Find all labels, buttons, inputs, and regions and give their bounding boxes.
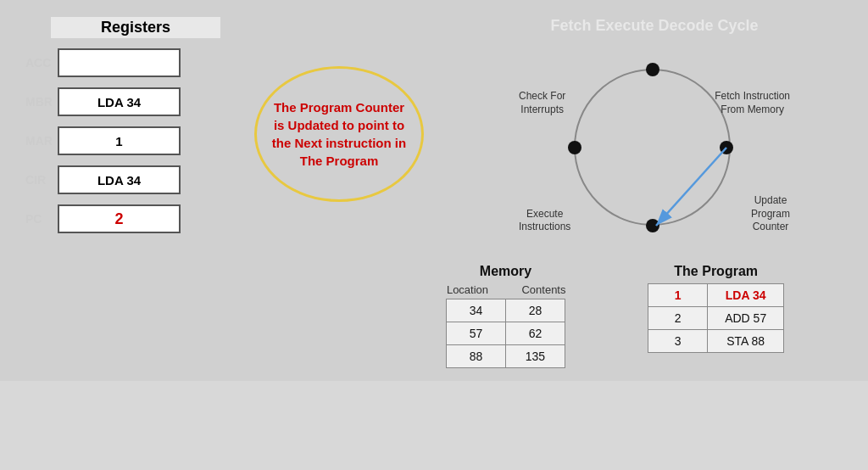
register-label-pc: PC bbox=[25, 212, 58, 226]
tooltip-section: The Program Counter is Updated to point … bbox=[212, 17, 466, 251]
program-instruction-2: ADD 57 bbox=[708, 307, 784, 330]
memory-contents-3: 135 bbox=[505, 345, 565, 368]
register-label-mbr: MBR bbox=[25, 95, 58, 109]
table-row: 57 62 bbox=[446, 322, 565, 345]
register-row-cir: CIR LDA 34 bbox=[25, 165, 212, 194]
registers-title: Registers bbox=[51, 17, 220, 38]
memory-table-headers: Location Contents bbox=[429, 283, 581, 296]
tooltip-bubble: The Program Counter is Updated to point … bbox=[254, 66, 424, 202]
register-box-acc bbox=[58, 48, 181, 77]
register-label-acc: ACC bbox=[25, 56, 58, 70]
program-title: The Program bbox=[674, 264, 758, 279]
cycle-section: Fetch Execute Decode Cycle Check ForInte… bbox=[466, 17, 843, 251]
main-container: Registers ACC MBR LDA 34 MAR 1 CIR LDA 3… bbox=[0, 0, 868, 470]
memory-location-3: 88 bbox=[446, 345, 505, 368]
program-line-2: 2 bbox=[648, 307, 708, 330]
memory-contents-2: 62 bbox=[505, 322, 565, 345]
memory-title: Memory bbox=[480, 264, 531, 279]
register-box-cir: LDA 34 bbox=[58, 165, 181, 194]
memory-col-location-header: Location bbox=[429, 283, 505, 296]
arrow-svg bbox=[519, 48, 790, 251]
program-table: 1 LDA 34 2 ADD 57 3 STA 88 bbox=[648, 283, 784, 353]
program-line-3: 3 bbox=[648, 330, 708, 353]
memory-location-2: 57 bbox=[446, 322, 505, 345]
memory-table: 34 28 57 62 88 135 bbox=[446, 299, 565, 368]
table-row: 34 28 bbox=[446, 299, 565, 322]
memory-section: Memory Location Contents 34 28 57 62 88 … bbox=[429, 264, 581, 368]
program-instruction-1: LDA 34 bbox=[708, 284, 784, 307]
register-box-mar: 1 bbox=[58, 126, 181, 155]
table-row: 88 135 bbox=[446, 345, 565, 368]
register-row-acc: ACC bbox=[25, 48, 212, 77]
register-box-pc: 2 bbox=[58, 204, 181, 233]
register-label-cir: CIR bbox=[25, 173, 58, 187]
tooltip-text: The Program Counter is Updated to point … bbox=[270, 98, 409, 170]
program-line-1: 1 bbox=[648, 284, 708, 307]
cycle-title: Fetch Execute Decode Cycle bbox=[550, 17, 758, 35]
cycle-diagram: Check ForInterrupts Fetch InstructionFro… bbox=[519, 48, 790, 251]
top-section: Registers ACC MBR LDA 34 MAR 1 CIR LDA 3… bbox=[0, 0, 868, 260]
register-row-pc: PC 2 bbox=[25, 204, 212, 233]
registers-section: Registers ACC MBR LDA 34 MAR 1 CIR LDA 3… bbox=[25, 17, 212, 251]
register-box-mbr: LDA 34 bbox=[58, 87, 181, 116]
program-row-3: 3 STA 88 bbox=[648, 330, 784, 353]
register-row-mbr: MBR LDA 34 bbox=[25, 87, 212, 116]
bottom-section: Memory Location Contents 34 28 57 62 88 … bbox=[0, 260, 868, 381]
program-section: The Program 1 LDA 34 2 ADD 57 3 STA 88 bbox=[648, 264, 784, 353]
memory-contents-1: 28 bbox=[505, 299, 565, 322]
svg-line-1 bbox=[656, 148, 726, 226]
register-row-mar: MAR 1 bbox=[25, 126, 212, 155]
memory-location-1: 34 bbox=[446, 299, 505, 322]
program-row-1: 1 LDA 34 bbox=[648, 284, 784, 307]
register-label-mar: MAR bbox=[25, 134, 58, 148]
memory-col-contents-header: Contents bbox=[505, 283, 581, 296]
program-row-2: 2 ADD 57 bbox=[648, 307, 784, 330]
program-instruction-3: STA 88 bbox=[708, 330, 784, 353]
